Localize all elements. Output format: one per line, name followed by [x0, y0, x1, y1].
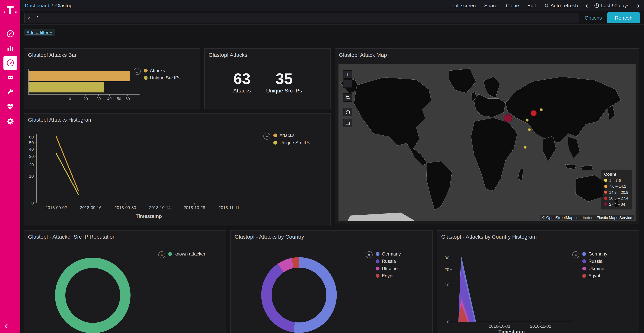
legend-item[interactable]: Egypt — [582, 273, 608, 278]
legend-item[interactable]: Unique Src IPs — [144, 75, 180, 81]
filter-bar: Add a filter + — [20, 28, 644, 38]
legend-item[interactable]: Ukraine — [582, 266, 608, 271]
map-legend: Count 1 – 7.67.6 – 14.214.2 – 20.820.8 –… — [601, 169, 632, 209]
legend-label: Attacks — [150, 68, 165, 73]
map-marker — [524, 146, 526, 149]
map-legend-dot — [604, 185, 607, 188]
breadcrumb-current: Glastopf — [55, 3, 74, 8]
legend-item[interactable]: Russia — [582, 259, 608, 264]
legend-toggle-button[interactable]: » — [572, 251, 579, 258]
legend-item[interactable]: Germany — [582, 251, 608, 257]
map-legend-label: 14.2 – 20.8 — [609, 189, 628, 195]
map-legend-dot — [604, 191, 607, 194]
legend-toggle-button[interactable]: » — [263, 133, 270, 140]
add-filter-link[interactable]: Add a filter + — [24, 29, 55, 36]
legend-label: Germany — [588, 251, 608, 257]
svg-text:2018-09-16: 2018-09-16 — [80, 205, 102, 210]
rectangle-tool-button[interactable] — [343, 119, 352, 127]
share-button[interactable]: Share — [484, 3, 498, 8]
clone-button[interactable]: Clone — [506, 3, 519, 8]
elastic-maps-service-link[interactable]: Elastic Maps Service — [596, 216, 632, 220]
gear-icon — [6, 117, 14, 125]
legend-item[interactable]: known attacker — [168, 251, 205, 257]
country-histogram-chart: 01020302018-10-012018-11-01Timestamp — [440, 246, 594, 333]
auto-refresh-icon: ↻ — [544, 3, 548, 8]
sidebar-item-monitoring[interactable] — [3, 100, 17, 114]
chart-legend: » GermanyRussiaUkraineEgypt — [572, 251, 608, 278]
panel-src-ip-reputation: Glastopf - Attacker Src IP Reputation » … — [24, 230, 226, 333]
telekom-logo[interactable]: T — [0, 0, 20, 21]
attribution-text: contributors, — [574, 216, 596, 220]
collapse-sidebar-button[interactable] — [3, 323, 10, 331]
legend-color-dot — [168, 252, 172, 256]
sidebar-item-honeypot[interactable] — [3, 71, 17, 84]
time-range-picker[interactable]: Last 90 days — [594, 3, 629, 8]
legend-color-dot — [582, 267, 586, 270]
query-prompt-icon: >_ — [28, 15, 33, 20]
map-legend-dot — [604, 203, 607, 206]
polygon-tool-button[interactable] — [343, 108, 352, 116]
legend-item[interactable]: Attacks — [273, 133, 310, 138]
edit-button[interactable]: Edit — [528, 3, 536, 8]
query-options-link[interactable]: Options — [584, 15, 602, 21]
zoom-out-button[interactable]: − — [343, 79, 352, 88]
time-back-button[interactable]: ‹ — [586, 2, 588, 9]
map-legend-title: Count — [604, 172, 628, 176]
svg-text:20: 20 — [445, 267, 449, 272]
legend-item[interactable]: Ukraine — [376, 266, 401, 271]
full-screen-button[interactable]: Full screen — [452, 3, 476, 8]
sidebar-nav — [0, 27, 20, 128]
panel-title: Glastopf - Attacker Src IP Reputation — [24, 231, 226, 243]
legend-label: Russia — [382, 259, 396, 264]
sidebar-item-management[interactable] — [3, 114, 17, 128]
mask-icon — [6, 73, 14, 82]
refresh-button[interactable]: Refresh — [607, 12, 640, 23]
sidebar-item-discover[interactable] — [3, 27, 17, 41]
legend-item[interactable]: Unique Src IPs — [273, 140, 310, 145]
sidebar-item-dashboard[interactable] — [3, 56, 17, 70]
legend-label: Egypt — [588, 273, 600, 278]
legend-item[interactable]: Russia — [376, 259, 401, 264]
panel-country-histogram: Glastopf - Attacks by Country Histogram … — [437, 230, 640, 333]
legend-toggle-button[interactable]: » — [158, 251, 165, 258]
legend-color-dot — [582, 274, 586, 278]
svg-text:20: 20 — [29, 162, 34, 167]
search-query-input[interactable] — [36, 15, 576, 21]
svg-text:60: 60 — [126, 97, 130, 101]
svg-text:0: 0 — [32, 201, 34, 205]
panel-attacks-by-country: Glastopf - Attacks by Country » GermanyR… — [230, 230, 433, 333]
time-forward-button[interactable]: › — [637, 2, 640, 9]
legend-label: Unique Src IPs — [280, 140, 310, 145]
chart-legend: » known attacker — [158, 251, 205, 258]
auto-refresh-button[interactable]: ↻ Auto-refresh — [544, 3, 578, 8]
legend-item[interactable]: Attacks — [144, 68, 180, 73]
legend-color-dot — [376, 267, 380, 270]
breadcrumb-dashboard-link[interactable]: Dashboard — [25, 3, 49, 8]
legend-label: Egypt — [382, 273, 394, 278]
legend-item[interactable]: Egypt — [376, 273, 401, 278]
crop-tool-button[interactable] — [343, 93, 352, 102]
legend-items: known attacker — [168, 251, 205, 257]
legend-item[interactable]: Germany — [376, 251, 401, 257]
svg-text:10: 10 — [445, 282, 449, 287]
legend-toggle-button[interactable]: » — [134, 68, 141, 75]
panel-title: Glastopf Attack Map — [335, 49, 639, 61]
attacks-histogram-chart: 01020304050602018-09-022018-09-162018-09… — [28, 127, 273, 226]
map-legend-row: 27.4 – 34 — [604, 201, 628, 207]
legend-toggle-button[interactable]: » — [366, 251, 372, 258]
openstreetmap-link[interactable]: OpenStreetMap — [546, 216, 573, 220]
legend-color-dot — [376, 259, 380, 263]
sidebar-item-visualize[interactable] — [3, 42, 17, 55]
svg-text:40: 40 — [29, 147, 34, 152]
chart-legend: » AttacksUnique Src IPs — [263, 133, 310, 145]
compass-icon — [6, 30, 14, 38]
top-navigation-bar: Dashboard / Glastopf Full screen Share C… — [20, 0, 644, 11]
zoom-in-button[interactable]: + — [343, 70, 352, 79]
svg-text:2018-11-11: 2018-11-11 — [218, 205, 240, 210]
legend-color-dot — [273, 134, 277, 137]
svg-text:30: 30 — [96, 97, 100, 101]
sidebar-item-dev-tools[interactable] — [3, 85, 17, 99]
map-markers-layer — [338, 64, 636, 221]
legend-color-dot — [144, 76, 148, 80]
query-bar: >_ Options Refresh — [20, 11, 644, 25]
